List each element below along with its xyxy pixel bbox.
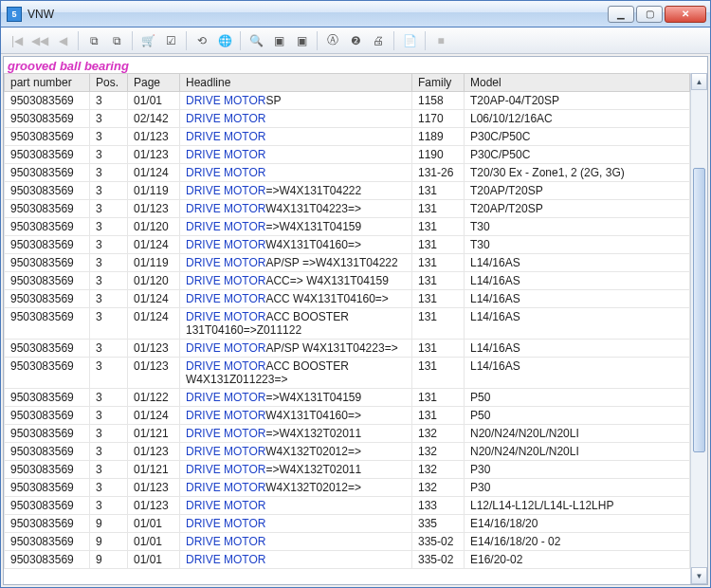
table-row[interactable]: 9503083569301/123DRIVE MOTORW4X132T02012… xyxy=(5,479,690,497)
cell-page: 01/121 xyxy=(128,461,180,479)
headline-link[interactable]: DRIVE MOTOR xyxy=(186,310,265,323)
table-row[interactable]: 9503083569301/124DRIVE MOTOR131-26T20/30… xyxy=(5,164,690,182)
headline-link[interactable]: DRIVE MOTOR xyxy=(186,238,265,251)
cell-model: E14/16/18/20 - 02 xyxy=(465,533,690,551)
headline-link[interactable]: DRIVE MOTOR xyxy=(186,148,265,161)
headline-link[interactable]: DRIVE MOTOR xyxy=(186,184,265,197)
checklist-button[interactable]: ☑ xyxy=(160,30,181,51)
cell-model: T20AP-04/T20SP xyxy=(465,92,690,110)
refresh-button[interactable]: ❷ xyxy=(345,30,366,51)
table-row[interactable]: 9503083569301/119DRIVE MOTOR=>W4X131T042… xyxy=(5,182,690,200)
table-row[interactable]: 9503083569301/122DRIVE MOTOR=>W4X131T041… xyxy=(5,389,690,407)
cell-model: T20AP/T20SP xyxy=(465,200,690,218)
toolbar-separator xyxy=(78,31,79,50)
headline-link[interactable]: DRIVE MOTOR xyxy=(186,359,265,373)
cell-pos: 9 xyxy=(90,515,128,533)
copy-right-button[interactable]: ⧉ xyxy=(106,30,127,51)
window-controls xyxy=(608,6,706,23)
table-row[interactable]: 9503083569301/121DRIVE MOTOR=>W4X132T020… xyxy=(5,461,690,479)
table-row[interactable]: 9503083569301/124DRIVE MOTORACC W4X131T0… xyxy=(5,290,690,308)
headline-link[interactable]: DRIVE MOTOR xyxy=(186,445,265,458)
headline-link[interactable]: DRIVE MOTOR xyxy=(186,463,265,476)
col-part-number[interactable]: part number xyxy=(5,74,90,92)
table-row[interactable]: 9503083569301/123DRIVE MOTORAP/SP W4X131… xyxy=(5,340,690,358)
headline-tail: =>W4X131T04159 xyxy=(265,391,361,404)
table-row[interactable]: 9503083569301/123DRIVE MOTORW4X132T02012… xyxy=(5,443,690,461)
stop-button[interactable]: ■ xyxy=(430,30,451,51)
table-row[interactable]: 9503083569301/124DRIVE MOTORW4X131T04160… xyxy=(5,236,690,254)
table-row[interactable]: 9503083569301/120DRIVE MOTOR=>W4X131T041… xyxy=(5,218,690,236)
zoom-button[interactable]: 🔍 xyxy=(246,30,266,51)
nav-off-button[interactable]: ⟲ xyxy=(191,30,212,51)
headline-link[interactable]: DRIVE MOTOR xyxy=(186,341,265,355)
prev-button[interactable]: ◀ xyxy=(52,30,73,51)
cell-page: 01/123 xyxy=(128,340,180,358)
table-row[interactable]: 9503083569301/123DRIVE MOTOR133L12/L14-L… xyxy=(5,497,690,515)
headline-link[interactable]: DRIVE MOTOR xyxy=(186,202,265,215)
headline-link[interactable]: DRIVE MOTOR xyxy=(186,274,265,287)
minimize-button[interactable] xyxy=(608,6,634,23)
app-window: 5 VNW |◀◀◀◀⧉⧉🛒☑⟲🌐🔍▣▣Ⓐ❷🖨📄■ grooved ball b… xyxy=(0,0,711,588)
headline-link[interactable]: DRIVE MOTOR xyxy=(186,292,265,305)
headline-link[interactable]: DRIVE MOTOR xyxy=(186,94,265,107)
cart-button[interactable]: 🛒 xyxy=(137,30,158,51)
page1-button[interactable]: ▣ xyxy=(268,30,289,51)
col-pos[interactable]: Pos. xyxy=(90,74,128,92)
table-row[interactable]: 9503083569301/123DRIVE MOTORW4X131T04223… xyxy=(5,200,690,218)
cell-part-number: 9503083569 xyxy=(5,407,90,425)
scroll-thumb[interactable] xyxy=(693,168,705,452)
headline-link[interactable]: DRIVE MOTOR xyxy=(186,427,265,440)
table-row[interactable]: 9503083569301/121DRIVE MOTOR=>W4X132T020… xyxy=(5,425,690,443)
headline-link[interactable]: DRIVE MOTOR xyxy=(186,535,265,548)
cell-page: 01/124 xyxy=(128,290,180,308)
mark-a-button[interactable]: Ⓐ xyxy=(322,30,343,51)
table-row[interactable]: 9503083569301/119DRIVE MOTORAP/SP =>W4X1… xyxy=(5,254,690,272)
headline-link[interactable]: DRIVE MOTOR xyxy=(186,553,265,566)
table-row[interactable]: 9503083569901/01DRIVE MOTOR335-02E16/20-… xyxy=(5,551,690,569)
maximize-button[interactable] xyxy=(636,6,663,23)
page2-button[interactable]: ▣ xyxy=(291,30,312,51)
table-row[interactable]: 9503083569301/123DRIVE MOTORACC BOOSTER … xyxy=(5,358,690,389)
scroll-down-button[interactable]: ▼ xyxy=(691,567,707,584)
scroll-up-button[interactable]: ▲ xyxy=(691,73,707,90)
col-family[interactable]: Family xyxy=(412,74,465,92)
headline-link[interactable]: DRIVE MOTOR xyxy=(186,481,265,494)
headline-link[interactable]: DRIVE MOTOR xyxy=(186,112,265,125)
headline-link[interactable]: DRIVE MOTOR xyxy=(186,391,265,404)
cell-page: 01/01 xyxy=(128,515,180,533)
doc-button[interactable]: 📄 xyxy=(399,30,420,51)
table-row[interactable]: 9503083569301/124DRIVE MOTORW4X131T04160… xyxy=(5,407,690,425)
headline-link[interactable]: DRIVE MOTOR xyxy=(186,130,265,143)
print-button[interactable]: 🖨 xyxy=(368,30,389,51)
cell-family: 132 xyxy=(412,425,465,443)
headline-link[interactable]: DRIVE MOTOR xyxy=(186,166,265,179)
cell-headline: DRIVE MOTORACC=> W4X131T04159 xyxy=(180,272,412,290)
vertical-scrollbar[interactable]: ▲ ▼ xyxy=(690,73,707,584)
headline-link[interactable]: DRIVE MOTOR xyxy=(186,499,265,512)
col-page[interactable]: Page xyxy=(128,74,180,92)
table-row[interactable]: 9503083569301/123DRIVE MOTOR1189P30C/P50… xyxy=(5,128,690,146)
cell-model: N20/N24/N20L/N20LI xyxy=(465,425,690,443)
table-row[interactable]: 9503083569302/142DRIVE MOTOR1170L06/10/1… xyxy=(5,110,690,128)
col-headline[interactable]: Headline xyxy=(180,74,412,92)
headline-link[interactable]: DRIVE MOTOR xyxy=(186,220,265,233)
table-row[interactable]: 9503083569301/123DRIVE MOTOR1190P30C/P50… xyxy=(5,146,690,164)
headline-link[interactable]: DRIVE MOTOR xyxy=(186,256,265,269)
table-row[interactable]: 9503083569901/01DRIVE MOTOR335-02E14/16/… xyxy=(5,533,690,551)
copy-left-button[interactable]: ⧉ xyxy=(83,30,104,51)
table-row[interactable]: 9503083569301/01DRIVE MOTORSP1158T20AP-0… xyxy=(5,92,690,110)
prev-fast-button[interactable]: ◀◀ xyxy=(29,30,50,51)
data-grid[interactable]: part number Pos. Page Headline Family Mo… xyxy=(4,73,690,584)
headline-link[interactable]: DRIVE MOTOR xyxy=(186,409,265,422)
first-button[interactable]: |◀ xyxy=(7,30,27,51)
cell-page: 01/119 xyxy=(128,182,180,200)
globe-button[interactable]: 🌐 xyxy=(214,30,235,51)
table-row[interactable]: 9503083569301/120DRIVE MOTORACC=> W4X131… xyxy=(5,272,690,290)
cell-page: 01/124 xyxy=(128,236,180,254)
col-model[interactable]: Model xyxy=(465,74,690,92)
close-button[interactable] xyxy=(665,6,706,23)
headline-tail: W4X131T04223=> xyxy=(265,202,361,215)
table-row[interactable]: 9503083569901/01DRIVE MOTOR335E14/16/18/… xyxy=(5,515,690,533)
headline-link[interactable]: DRIVE MOTOR xyxy=(186,517,265,530)
table-row[interactable]: 9503083569301/124DRIVE MOTORACC BOOSTER … xyxy=(5,308,690,340)
